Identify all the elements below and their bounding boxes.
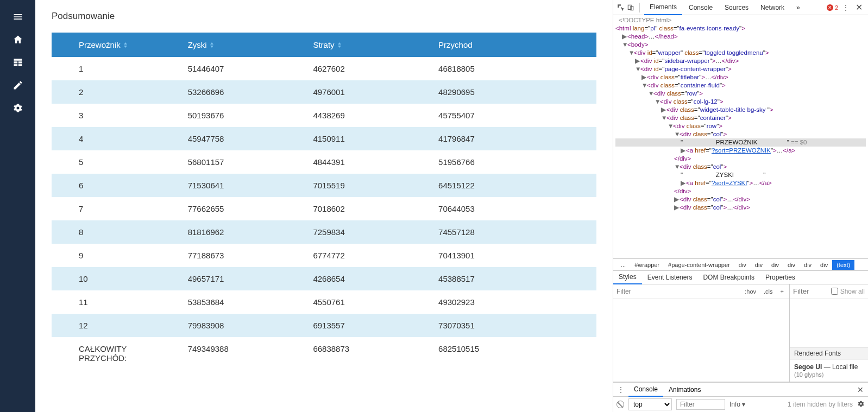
th-przewoznik[interactable]: Przewoźnik [52,33,177,57]
cell: 51446407 [177,57,303,80]
cell: 45388517 [427,267,596,290]
error-badge[interactable]: ✕2 [827,4,838,11]
crumb[interactable]: div [767,260,783,270]
table-row: 253266696497600148290695 [52,80,596,104]
table-icon[interactable] [0,51,35,74]
table-row: 977188673677477270413901 [52,244,596,267]
computed-filter-input[interactable] [793,287,820,295]
th-straty[interactable]: Straty [302,33,427,57]
cell: 4627602 [302,57,427,80]
cell: 1 [52,57,177,80]
crumb[interactable]: ... [617,260,630,270]
cell: 45755407 [427,104,596,127]
stab-styles[interactable]: Styles [613,270,642,284]
cell: 70644053 [427,197,596,220]
drawer-menu-icon[interactable]: ⋮ [613,386,628,394]
th-zyski[interactable]: Zyski [177,33,303,57]
devtools-close-icon[interactable]: ✕ [853,2,865,12]
tab-sources[interactable]: Sources [719,1,754,15]
crumb[interactable]: div [734,260,751,270]
table-row: 1279983908691355773070351 [52,314,596,337]
cell: 41796847 [427,127,596,150]
sort-icon [123,42,128,48]
th-przychod[interactable]: Przychod [427,33,596,57]
tab-network[interactable]: Network [755,1,790,15]
inspect-icon[interactable] [617,3,625,12]
rendered-fonts: Rendered Fonts Segoe UI — Local file(10 … [790,347,868,382]
home-icon[interactable] [0,28,35,51]
table-row: 350193676443826945755407 [52,104,596,127]
loglevel-select[interactable]: Info ▾ [729,401,745,408]
cell: 4550761 [302,290,427,314]
cell: 81816962 [177,220,303,244]
styles-tabs: Styles Event Listeners DOM Breakpoints P… [613,270,868,284]
table-row: 1153853684455076149302923 [52,290,596,314]
cell: 9 [52,244,177,267]
stab-props[interactable]: Properties [760,271,801,284]
cell: 4976001 [302,80,427,104]
clear-console-icon[interactable] [617,401,624,408]
hov-toggle[interactable]: :hov [743,287,758,296]
breadcrumb[interactable]: ...#wrapper#page-content-wrapperdivdivdi… [613,258,868,270]
console-filter-input[interactable] [676,399,725,410]
styles-body: :hov .cls + Show all Rendered Fonts Sego… [613,284,868,382]
cell: 77188673 [177,244,303,267]
cell: 7 [52,197,177,220]
table-body: 1514464074627602468188052532666964976001… [52,57,596,370]
cell: 73070351 [427,314,596,337]
sort-icon [337,42,342,48]
cell: 45947758 [177,127,303,150]
crumb[interactable]: (text) [832,260,854,270]
table-row: 151446407462760246818805 [52,57,596,80]
showall-checkbox[interactable] [831,288,838,295]
tab-elements[interactable]: Elements [644,0,682,15]
stab-event[interactable]: Event Listeners [642,271,698,284]
ctab-console[interactable]: Console [628,383,663,397]
table-row: 1049657171426865445388517 [52,267,596,290]
add-rule-icon[interactable]: + [778,287,786,296]
crumb[interactable]: #page-content-wrapper [664,260,734,270]
cell: 71530641 [177,174,303,197]
cell: 49657171 [177,267,303,290]
console-drawer: ⋮ Console Animations ✕ top Info ▾ 1 item… [613,382,868,412]
cell: 11 [52,290,177,314]
device-icon[interactable] [626,3,635,12]
cell: 5 [52,150,177,174]
cell: 56801157 [177,150,303,174]
elements-tree[interactable]: <!DOCTYPE html> <html lang="pl" class="f… [613,15,868,258]
table-row: 881816962725983474557128 [52,220,596,244]
tab-console[interactable]: Console [683,1,718,15]
table-row: 445947758415091141796847 [52,127,596,150]
stab-dom[interactable]: DOM Breakpoints [697,271,760,284]
cell: 70413901 [427,244,596,267]
table-row: 556801157484439151956766 [52,150,596,174]
crumb[interactable]: div [800,260,816,270]
crumb[interactable]: #wrapper [630,260,664,270]
devtools-menu-icon[interactable]: ⋮ [839,4,852,11]
gear-icon[interactable] [0,97,35,119]
cls-toggle[interactable]: .cls [762,287,775,296]
cell: 49302923 [427,290,596,314]
cell: 77662655 [177,197,303,220]
crumb[interactable]: div [783,260,800,270]
cell: 7259834 [302,220,427,244]
edit-icon[interactable] [0,74,35,97]
cell: 4150911 [302,127,427,150]
hidden-count: 1 item hidden by filters [750,401,853,408]
cell: 6 [52,174,177,197]
drawer-close-icon[interactable]: ✕ [853,385,868,394]
crumb[interactable]: div [816,260,832,270]
styles-filter-input[interactable] [617,288,739,295]
tab-more[interactable]: » [791,1,806,15]
crumb[interactable]: div [751,260,767,270]
ctab-animations[interactable]: Animations [663,383,706,396]
menu-toggle-icon[interactable] [0,5,35,28]
cell: 6774772 [302,244,427,267]
cell: 51956766 [427,150,596,174]
context-select[interactable]: top [628,398,672,410]
console-settings-icon[interactable] [857,400,865,409]
cell: 4268654 [302,267,427,290]
table-header: Przewoźnik Zyski Straty Przychod [52,33,596,57]
table-row: 671530641701551964515122 [52,174,596,197]
cell: 79983908 [177,314,303,337]
